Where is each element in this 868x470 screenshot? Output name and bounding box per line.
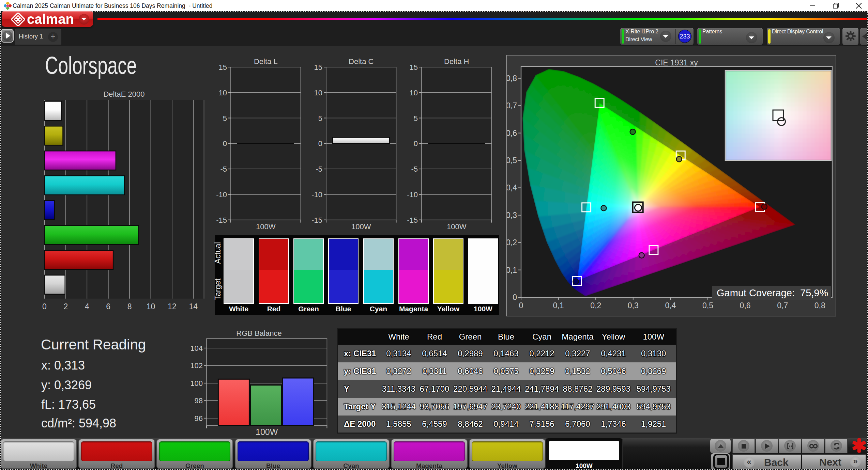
svg-text:-10: -10 <box>311 190 322 199</box>
svg-text:15: 15 <box>410 63 418 72</box>
svg-text:Delta C: Delta C <box>349 57 374 66</box>
svg-text:5: 5 <box>414 114 418 123</box>
svg-text:10: 10 <box>314 89 322 97</box>
svg-text:14: 14 <box>189 302 198 311</box>
svg-text:6: 6 <box>106 302 110 311</box>
svg-text:15: 15 <box>219 63 227 72</box>
svg-text:0,3: 0,3 <box>507 211 517 220</box>
svg-text:100W: 100W <box>447 222 467 231</box>
svg-text:0,8: 0,8 <box>507 74 517 83</box>
svg-text:-15: -15 <box>407 216 418 224</box>
svg-text:5: 5 <box>223 114 227 123</box>
svg-text:8: 8 <box>127 302 132 311</box>
svg-text:0,2: 0,2 <box>590 301 601 310</box>
svg-text:0,6: 0,6 <box>507 129 517 138</box>
svg-text:100W: 100W <box>256 222 276 231</box>
svg-text:DeltaE 2000: DeltaE 2000 <box>103 90 144 98</box>
svg-text:0,2: 0,2 <box>507 238 517 247</box>
svg-text:CIE 1931 xy: CIE 1931 xy <box>655 58 698 67</box>
svg-text:0,5: 0,5 <box>507 156 517 165</box>
svg-text:10: 10 <box>410 89 418 97</box>
svg-text:96: 96 <box>195 414 203 423</box>
svg-text:2: 2 <box>64 302 68 311</box>
svg-text:RGB Balance: RGB Balance <box>236 329 281 338</box>
svg-text:0,4: 0,4 <box>665 301 676 310</box>
svg-text:0,6: 0,6 <box>740 301 751 310</box>
svg-text:0,3: 0,3 <box>628 301 639 310</box>
svg-text:5: 5 <box>318 114 322 123</box>
svg-text:0,4: 0,4 <box>507 183 517 192</box>
svg-text:0,1: 0,1 <box>553 301 564 310</box>
svg-text:-15: -15 <box>216 216 227 224</box>
svg-text:-5: -5 <box>316 165 322 173</box>
svg-text:0,7: 0,7 <box>507 101 517 110</box>
svg-text:0: 0 <box>318 139 322 148</box>
svg-text:98: 98 <box>195 396 203 405</box>
svg-text:0,1: 0,1 <box>507 266 517 275</box>
svg-text:10: 10 <box>147 302 155 311</box>
svg-text:0,5: 0,5 <box>702 301 713 310</box>
svg-text:12: 12 <box>168 302 177 311</box>
svg-text:100W: 100W <box>256 427 278 436</box>
svg-text:0: 0 <box>519 301 523 310</box>
svg-text:-10: -10 <box>216 190 227 199</box>
svg-text:0: 0 <box>42 302 47 311</box>
svg-text:-10: -10 <box>407 190 418 199</box>
svg-text:-5: -5 <box>220 165 227 173</box>
svg-text:10: 10 <box>219 89 227 97</box>
svg-text:-15: -15 <box>311 216 322 224</box>
svg-text:Delta L: Delta L <box>254 57 278 66</box>
svg-text:15: 15 <box>314 63 322 72</box>
svg-text:Delta H: Delta H <box>444 57 469 66</box>
svg-text:0: 0 <box>513 293 517 302</box>
svg-text:0,7: 0,7 <box>777 301 788 310</box>
svg-text:-5: -5 <box>411 165 418 173</box>
svg-text:104: 104 <box>191 344 203 352</box>
svg-text:0: 0 <box>223 139 227 148</box>
svg-text:100: 100 <box>191 379 203 388</box>
svg-text:100W: 100W <box>351 222 371 231</box>
svg-text:102: 102 <box>191 361 203 370</box>
svg-text:4: 4 <box>85 302 89 311</box>
svg-text:0: 0 <box>414 139 418 148</box>
svg-text:0,8: 0,8 <box>814 301 825 310</box>
